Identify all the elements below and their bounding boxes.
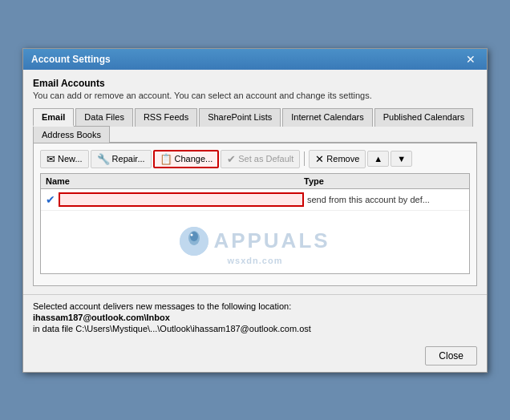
footer-description: Selected account delivers new messages t… xyxy=(33,301,477,311)
footer-info: Selected account delivers new messages t… xyxy=(23,294,487,341)
tab-published-calendars[interactable]: Published Calendars xyxy=(374,108,474,127)
svg-point-2 xyxy=(190,232,198,241)
footer-email: ihassam187@outlook.com\Inbox xyxy=(33,313,477,322)
toolbar-separator xyxy=(304,151,305,166)
section-description: You can add or remove an account. You ca… xyxy=(33,91,477,100)
tab-sharepoint[interactable]: SharePoint Lists xyxy=(199,108,281,127)
email-toolbar: ✉ New... 🔧 Repair... 📋 Change... ✔ Set a… xyxy=(40,150,470,168)
set-default-button[interactable]: ✔ Set as Default xyxy=(221,150,300,168)
tab-address-books[interactable]: Address Books xyxy=(33,126,110,143)
account-type: send from this account by def... xyxy=(304,195,464,204)
tab-panel-email: ✉ New... 🔧 Repair... 📋 Change... ✔ Set a… xyxy=(33,143,477,286)
table-header: Name Type xyxy=(41,174,469,189)
section-title: Email Accounts xyxy=(33,78,477,89)
set-default-icon: ✔ xyxy=(227,153,236,165)
table-row[interactable]: ✔ send from this account by def... xyxy=(41,189,469,211)
account-name-field xyxy=(59,192,304,207)
tabs-bar: Email Data Files RSS Feeds SharePoint Li… xyxy=(33,108,477,143)
window-close-button[interactable]: ✕ xyxy=(463,54,479,65)
watermark-text: APPUALS xyxy=(213,228,330,253)
main-content: Email Accounts You can add or remove an … xyxy=(23,70,487,294)
accounts-table: Name Type ✔ send from this account by de… xyxy=(40,173,470,274)
new-icon: ✉ xyxy=(47,153,55,165)
change-button[interactable]: 📋 Change... xyxy=(153,150,220,168)
repair-icon: 🔧 xyxy=(97,153,110,165)
tab-internet-calendars[interactable]: Internet Calendars xyxy=(282,108,373,127)
remove-icon: ✕ xyxy=(315,153,324,165)
watermark-area: APPUALS wsxdn.com xyxy=(41,211,469,273)
new-button[interactable]: ✉ New... xyxy=(40,150,89,168)
col-type-header: Type xyxy=(304,176,464,186)
title-bar: Account Settings ✕ xyxy=(23,49,487,70)
watermark-logo: APPUALS xyxy=(41,227,469,256)
tab-data-files[interactable]: Data Files xyxy=(75,108,133,127)
tab-rss-feeds[interactable]: RSS Feeds xyxy=(135,108,197,127)
col-name-header: Name xyxy=(46,176,304,186)
remove-button[interactable]: ✕ Remove xyxy=(309,150,366,168)
account-settings-window: Account Settings ✕ Email Accounts You ca… xyxy=(22,48,488,373)
default-account-icon: ✔ xyxy=(46,193,55,206)
repair-button[interactable]: 🔧 Repair... xyxy=(91,150,152,168)
move-up-button[interactable]: ▲ xyxy=(367,151,389,167)
watermark-sub: wsxdn.com xyxy=(41,256,469,265)
svg-point-3 xyxy=(191,233,193,236)
tab-email[interactable]: Email xyxy=(33,108,74,127)
window-title: Account Settings xyxy=(31,54,111,65)
footer-path: in data file C:\Users\Mystique\...\Outlo… xyxy=(33,324,477,333)
change-icon: 📋 xyxy=(160,153,172,165)
close-button[interactable]: Close xyxy=(425,346,477,365)
move-down-button[interactable]: ▼ xyxy=(391,151,412,167)
appuals-logo-icon xyxy=(180,227,208,256)
footer-close-row: Close xyxy=(23,341,487,372)
